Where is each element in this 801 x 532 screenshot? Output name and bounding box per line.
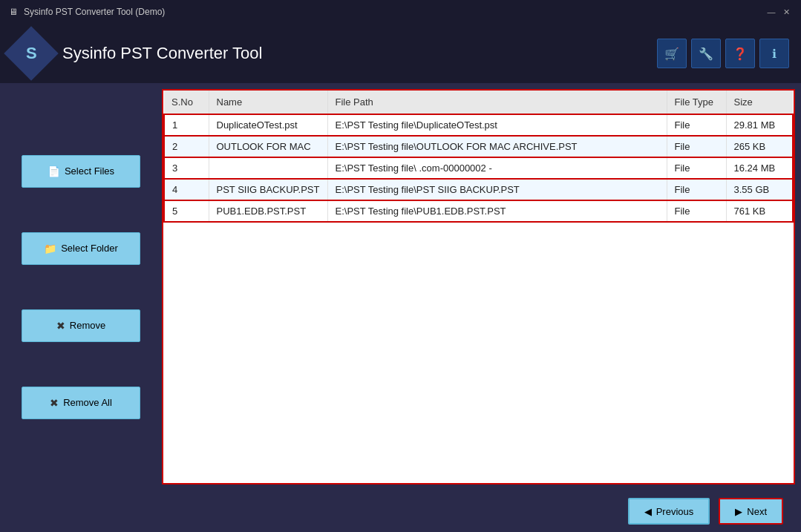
cell-type: File (667, 114, 726, 136)
cell-name: PST SIIG BACKUP.PST (209, 179, 327, 200)
remove-all-button[interactable]: ✖ Remove All (22, 387, 140, 419)
close-button[interactable]: ✕ (780, 6, 792, 18)
cell-name (209, 157, 327, 179)
title-bar: 🖥 Sysinfo PST Converter Tool (Demo) — ✕ (0, 0, 801, 24)
cell-sno: 3 (164, 157, 209, 179)
table-row[interactable]: 3 E:\PST Testing file\ .com-00000002 - F… (164, 157, 793, 179)
col-header-size: Size (726, 91, 793, 114)
main-area: 📄 Select Files 📁 Select Folder ✖ Remove … (0, 83, 801, 490)
cell-size: 3.55 GB (726, 179, 793, 200)
cell-type: File (667, 136, 726, 157)
col-header-sno: S.No (164, 91, 209, 114)
select-files-button[interactable]: 📄 Select Files (22, 155, 140, 188)
table-row[interactable]: 1 DuplicateOTest.pst E:\PST Testing file… (164, 114, 793, 136)
cell-path: E:\PST Testing file\PST SIIG BACKUP.PST (327, 179, 667, 200)
header: S Sysinfo PST Converter Tool 🛒 🔧 ❓ ℹ (0, 24, 801, 83)
col-header-type: File Type (667, 91, 726, 114)
cell-size: 761 KB (726, 200, 793, 222)
header-icons: 🛒 🔧 ❓ ℹ (657, 39, 789, 68)
cell-path: E:\PST Testing file\DuplicateOTest.pst (327, 114, 667, 136)
info-icon-button[interactable]: ℹ (759, 39, 789, 68)
select-folder-label: Select Folder (61, 243, 118, 254)
title-bar-title: 🖥 Sysinfo PST Converter Tool (Demo) (9, 7, 165, 17)
cell-size: 16.24 MB (726, 157, 793, 179)
title-bar-controls: — ✕ (765, 6, 792, 18)
remove-icon: ✖ (56, 320, 65, 332)
remove-button[interactable]: ✖ Remove (22, 309, 140, 342)
remove-all-label: Remove All (63, 397, 112, 408)
select-files-icon: 📄 (48, 165, 60, 177)
select-files-label: Select Files (65, 165, 114, 177)
cell-sno: 5 (164, 200, 209, 222)
cell-path: E:\PST Testing file\OUTLOOK FOR MAC ARCH… (327, 136, 667, 157)
cell-sno: 2 (164, 136, 209, 157)
table-row[interactable]: 5 PUB1.EDB.PST.PST E:\PST Testing file\P… (164, 200, 793, 222)
select-folder-button[interactable]: 📁 Select Folder (22, 232, 140, 265)
cell-size: 29.81 MB (726, 114, 793, 136)
cell-name: OUTLOOK FOR MAC (209, 136, 327, 157)
app-title: Sysinfo PST Converter Tool (62, 44, 645, 63)
app-icon: 🖥 (9, 7, 18, 17)
remove-label: Remove (70, 320, 105, 331)
cell-type: File (667, 200, 726, 222)
cell-name: PUB1.EDB.PST.PST (209, 200, 327, 222)
cell-path: E:\PST Testing file\PUB1.EDB.PST.PST (327, 200, 667, 222)
table-row[interactable]: 2 OUTLOOK FOR MAC E:\PST Testing file\OU… (164, 136, 793, 157)
cell-sno: 4 (164, 179, 209, 200)
footer: ◀ Previous ▶ Next (0, 490, 801, 532)
file-table: S.No Name File Path File Type Size 1 Dup… (163, 91, 794, 223)
cell-type: File (667, 157, 726, 179)
help-icon-button[interactable]: ❓ (725, 39, 755, 68)
cell-path: E:\PST Testing file\ .com-00000002 - (327, 157, 667, 179)
next-button[interactable]: ▶ Next (719, 498, 783, 525)
remove-all-icon: ✖ (50, 397, 59, 409)
cart-icon-button[interactable]: 🛒 (657, 39, 687, 68)
tools-icon-button[interactable]: 🔧 (691, 39, 721, 68)
minimize-button[interactable]: — (765, 6, 777, 18)
table-header-row: S.No Name File Path File Type Size (164, 91, 793, 114)
previous-label: Previous (656, 506, 694, 517)
logo-diamond: S (4, 26, 59, 81)
file-table-wrapper: S.No Name File Path File Type Size 1 Dup… (162, 89, 795, 485)
content-area: S.No Name File Path File Type Size 1 Dup… (162, 89, 795, 485)
col-header-path: File Path (327, 91, 667, 114)
table-row[interactable]: 4 PST SIIG BACKUP.PST E:\PST Testing fil… (164, 179, 793, 200)
next-label: Next (747, 506, 767, 517)
cell-sno: 1 (164, 114, 209, 136)
cell-name: DuplicateOTest.pst (209, 114, 327, 136)
logo-letter: S (26, 44, 37, 63)
sidebar: 📄 Select Files 📁 Select Folder ✖ Remove … (0, 83, 162, 490)
select-folder-icon: 📁 (44, 243, 56, 254)
cell-type: File (667, 179, 726, 200)
col-header-name: Name (209, 91, 327, 114)
next-icon: ▶ (735, 506, 742, 517)
previous-icon: ◀ (644, 506, 652, 517)
previous-button[interactable]: ◀ Previous (628, 498, 710, 525)
cell-size: 265 KB (726, 136, 793, 157)
